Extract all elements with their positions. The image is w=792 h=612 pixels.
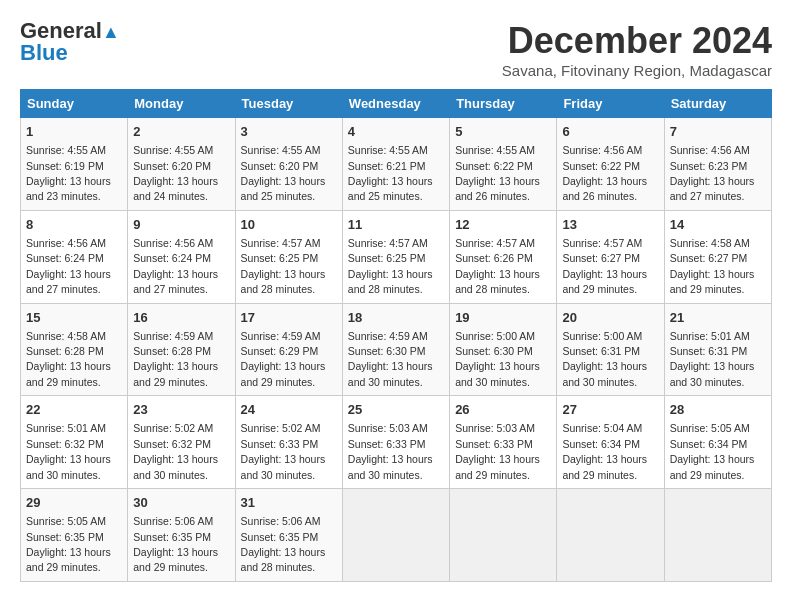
day-number: 28 bbox=[670, 401, 766, 419]
calendar-cell bbox=[664, 489, 771, 582]
calendar-week-row: 15Sunrise: 4:58 AMSunset: 6:28 PMDayligh… bbox=[21, 303, 772, 396]
day-number: 31 bbox=[241, 494, 337, 512]
calendar-cell: 6Sunrise: 4:56 AMSunset: 6:22 PMDaylight… bbox=[557, 118, 664, 211]
title-block: December 2024 Savana, Fitovinany Region,… bbox=[502, 20, 772, 79]
day-info: Sunrise: 4:56 AMSunset: 6:23 PMDaylight:… bbox=[670, 144, 755, 202]
logo: General▲ Blue bbox=[20, 20, 120, 64]
day-number: 29 bbox=[26, 494, 122, 512]
header-sunday: Sunday bbox=[21, 90, 128, 118]
calendar-cell: 13Sunrise: 4:57 AMSunset: 6:27 PMDayligh… bbox=[557, 210, 664, 303]
calendar-table: Sunday Monday Tuesday Wednesday Thursday… bbox=[20, 89, 772, 582]
day-number: 3 bbox=[241, 123, 337, 141]
calendar-cell bbox=[342, 489, 449, 582]
month-title: December 2024 bbox=[502, 20, 772, 62]
calendar-cell: 3Sunrise: 4:55 AMSunset: 6:20 PMDaylight… bbox=[235, 118, 342, 211]
calendar-cell: 20Sunrise: 5:00 AMSunset: 6:31 PMDayligh… bbox=[557, 303, 664, 396]
day-info: Sunrise: 4:59 AMSunset: 6:30 PMDaylight:… bbox=[348, 330, 433, 388]
day-info: Sunrise: 4:59 AMSunset: 6:29 PMDaylight:… bbox=[241, 330, 326, 388]
day-number: 11 bbox=[348, 216, 444, 234]
day-info: Sunrise: 4:55 AMSunset: 6:21 PMDaylight:… bbox=[348, 144, 433, 202]
day-info: Sunrise: 4:57 AMSunset: 6:25 PMDaylight:… bbox=[348, 237, 433, 295]
day-info: Sunrise: 4:57 AMSunset: 6:25 PMDaylight:… bbox=[241, 237, 326, 295]
day-info: Sunrise: 5:06 AMSunset: 6:35 PMDaylight:… bbox=[133, 515, 218, 573]
calendar-cell: 26Sunrise: 5:03 AMSunset: 6:33 PMDayligh… bbox=[450, 396, 557, 489]
day-number: 8 bbox=[26, 216, 122, 234]
day-info: Sunrise: 5:01 AMSunset: 6:32 PMDaylight:… bbox=[26, 422, 111, 480]
day-info: Sunrise: 5:00 AMSunset: 6:30 PMDaylight:… bbox=[455, 330, 540, 388]
day-info: Sunrise: 5:01 AMSunset: 6:31 PMDaylight:… bbox=[670, 330, 755, 388]
day-info: Sunrise: 5:04 AMSunset: 6:34 PMDaylight:… bbox=[562, 422, 647, 480]
calendar-cell: 11Sunrise: 4:57 AMSunset: 6:25 PMDayligh… bbox=[342, 210, 449, 303]
day-number: 2 bbox=[133, 123, 229, 141]
day-number: 12 bbox=[455, 216, 551, 234]
day-info: Sunrise: 5:03 AMSunset: 6:33 PMDaylight:… bbox=[348, 422, 433, 480]
location-title: Savana, Fitovinany Region, Madagascar bbox=[502, 62, 772, 79]
day-info: Sunrise: 5:05 AMSunset: 6:34 PMDaylight:… bbox=[670, 422, 755, 480]
day-info: Sunrise: 4:56 AMSunset: 6:24 PMDaylight:… bbox=[133, 237, 218, 295]
calendar-cell: 5Sunrise: 4:55 AMSunset: 6:22 PMDaylight… bbox=[450, 118, 557, 211]
day-info: Sunrise: 4:55 AMSunset: 6:19 PMDaylight:… bbox=[26, 144, 111, 202]
day-number: 20 bbox=[562, 309, 658, 327]
calendar-cell: 28Sunrise: 5:05 AMSunset: 6:34 PMDayligh… bbox=[664, 396, 771, 489]
day-info: Sunrise: 4:56 AMSunset: 6:22 PMDaylight:… bbox=[562, 144, 647, 202]
calendar-cell bbox=[450, 489, 557, 582]
day-number: 5 bbox=[455, 123, 551, 141]
day-info: Sunrise: 4:58 AMSunset: 6:28 PMDaylight:… bbox=[26, 330, 111, 388]
calendar-cell: 2Sunrise: 4:55 AMSunset: 6:20 PMDaylight… bbox=[128, 118, 235, 211]
calendar-cell: 24Sunrise: 5:02 AMSunset: 6:33 PMDayligh… bbox=[235, 396, 342, 489]
day-number: 14 bbox=[670, 216, 766, 234]
calendar-cell: 1Sunrise: 4:55 AMSunset: 6:19 PMDaylight… bbox=[21, 118, 128, 211]
day-info: Sunrise: 4:55 AMSunset: 6:20 PMDaylight:… bbox=[133, 144, 218, 202]
calendar-cell bbox=[557, 489, 664, 582]
day-number: 23 bbox=[133, 401, 229, 419]
day-number: 1 bbox=[26, 123, 122, 141]
day-number: 7 bbox=[670, 123, 766, 141]
calendar-cell: 19Sunrise: 5:00 AMSunset: 6:30 PMDayligh… bbox=[450, 303, 557, 396]
day-number: 27 bbox=[562, 401, 658, 419]
calendar-cell: 14Sunrise: 4:58 AMSunset: 6:27 PMDayligh… bbox=[664, 210, 771, 303]
day-number: 24 bbox=[241, 401, 337, 419]
calendar-cell: 10Sunrise: 4:57 AMSunset: 6:25 PMDayligh… bbox=[235, 210, 342, 303]
header-monday: Monday bbox=[128, 90, 235, 118]
calendar-cell: 29Sunrise: 5:05 AMSunset: 6:35 PMDayligh… bbox=[21, 489, 128, 582]
logo-blue: Blue bbox=[20, 42, 68, 64]
day-info: Sunrise: 4:57 AMSunset: 6:27 PMDaylight:… bbox=[562, 237, 647, 295]
calendar-cell: 25Sunrise: 5:03 AMSunset: 6:33 PMDayligh… bbox=[342, 396, 449, 489]
day-info: Sunrise: 5:06 AMSunset: 6:35 PMDaylight:… bbox=[241, 515, 326, 573]
header-thursday: Thursday bbox=[450, 90, 557, 118]
day-info: Sunrise: 4:55 AMSunset: 6:20 PMDaylight:… bbox=[241, 144, 326, 202]
calendar-week-row: 8Sunrise: 4:56 AMSunset: 6:24 PMDaylight… bbox=[21, 210, 772, 303]
calendar-cell: 8Sunrise: 4:56 AMSunset: 6:24 PMDaylight… bbox=[21, 210, 128, 303]
day-info: Sunrise: 5:03 AMSunset: 6:33 PMDaylight:… bbox=[455, 422, 540, 480]
day-number: 10 bbox=[241, 216, 337, 234]
calendar-cell: 7Sunrise: 4:56 AMSunset: 6:23 PMDaylight… bbox=[664, 118, 771, 211]
day-info: Sunrise: 4:56 AMSunset: 6:24 PMDaylight:… bbox=[26, 237, 111, 295]
header-saturday: Saturday bbox=[664, 90, 771, 118]
day-number: 22 bbox=[26, 401, 122, 419]
calendar-cell: 4Sunrise: 4:55 AMSunset: 6:21 PMDaylight… bbox=[342, 118, 449, 211]
calendar-week-row: 1Sunrise: 4:55 AMSunset: 6:19 PMDaylight… bbox=[21, 118, 772, 211]
day-info: Sunrise: 4:57 AMSunset: 6:26 PMDaylight:… bbox=[455, 237, 540, 295]
calendar-week-row: 29Sunrise: 5:05 AMSunset: 6:35 PMDayligh… bbox=[21, 489, 772, 582]
calendar-cell: 27Sunrise: 5:04 AMSunset: 6:34 PMDayligh… bbox=[557, 396, 664, 489]
day-info: Sunrise: 4:55 AMSunset: 6:22 PMDaylight:… bbox=[455, 144, 540, 202]
day-number: 18 bbox=[348, 309, 444, 327]
logo-bird-icon: ▲ bbox=[102, 22, 120, 42]
calendar-header-row: Sunday Monday Tuesday Wednesday Thursday… bbox=[21, 90, 772, 118]
calendar-cell: 23Sunrise: 5:02 AMSunset: 6:32 PMDayligh… bbox=[128, 396, 235, 489]
header-friday: Friday bbox=[557, 90, 664, 118]
header-wednesday: Wednesday bbox=[342, 90, 449, 118]
calendar-cell: 16Sunrise: 4:59 AMSunset: 6:28 PMDayligh… bbox=[128, 303, 235, 396]
day-info: Sunrise: 5:00 AMSunset: 6:31 PMDaylight:… bbox=[562, 330, 647, 388]
calendar-cell: 22Sunrise: 5:01 AMSunset: 6:32 PMDayligh… bbox=[21, 396, 128, 489]
day-info: Sunrise: 5:02 AMSunset: 6:33 PMDaylight:… bbox=[241, 422, 326, 480]
page-header: General▲ Blue December 2024 Savana, Fito… bbox=[20, 20, 772, 79]
day-info: Sunrise: 4:58 AMSunset: 6:27 PMDaylight:… bbox=[670, 237, 755, 295]
day-number: 30 bbox=[133, 494, 229, 512]
day-info: Sunrise: 5:05 AMSunset: 6:35 PMDaylight:… bbox=[26, 515, 111, 573]
calendar-cell: 31Sunrise: 5:06 AMSunset: 6:35 PMDayligh… bbox=[235, 489, 342, 582]
day-number: 17 bbox=[241, 309, 337, 327]
calendar-cell: 15Sunrise: 4:58 AMSunset: 6:28 PMDayligh… bbox=[21, 303, 128, 396]
day-number: 15 bbox=[26, 309, 122, 327]
day-info: Sunrise: 4:59 AMSunset: 6:28 PMDaylight:… bbox=[133, 330, 218, 388]
